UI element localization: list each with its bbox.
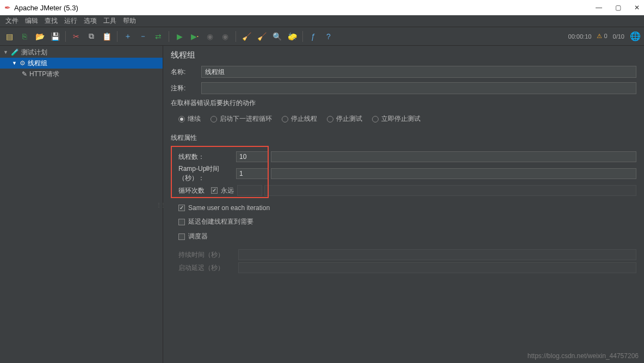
loop-count-input[interactable] xyxy=(237,185,262,196)
menu-file[interactable]: 文件 xyxy=(2,15,22,27)
search-icon[interactable]: 🔍 xyxy=(271,30,283,42)
delay-create-label: 延迟创建线程直到需要 xyxy=(188,217,253,226)
radio-continue[interactable]: 继续 xyxy=(178,114,201,124)
radio-stop-test[interactable]: 停止测试 xyxy=(327,114,362,124)
radio-stop-now[interactable]: 立即停止测试 xyxy=(372,114,420,124)
menu-search[interactable]: 查找 xyxy=(41,15,61,27)
startup-delay-input xyxy=(238,262,636,273)
watermark: https://blog.csdn.net/weixin_44757206 xyxy=(528,352,639,360)
radio-next-loop[interactable]: 启动下一进程循环 xyxy=(210,114,272,124)
duration-label: 持续时间（秒） xyxy=(178,250,236,260)
shutdown-icon[interactable]: ◉ xyxy=(219,30,231,42)
name-label: 名称: xyxy=(171,67,201,77)
menu-run[interactable]: 运行 xyxy=(61,15,81,27)
maximize-button[interactable]: ▢ xyxy=(615,4,621,11)
dropper-icon: ✎ xyxy=(22,70,27,78)
menu-edit[interactable]: 编辑 xyxy=(22,15,41,27)
splitter-handle[interactable]: ⋮⋮ xyxy=(156,201,165,207)
tree-label: HTTP请求 xyxy=(29,70,59,79)
tree-node-http-request[interactable]: ✎ HTTP请求 xyxy=(0,69,163,79)
threads-input-ext[interactable] xyxy=(271,151,636,162)
scheduler-label: 调度器 xyxy=(188,232,208,241)
startup-delay-label: 启动延迟（秒） xyxy=(178,263,236,273)
collapse-icon[interactable]: － xyxy=(137,30,149,42)
editor-panel: 线程组 名称: 注释: 在取样器错误后要执行的动作 继续 启动下一进程循环 停止… xyxy=(163,46,644,363)
window-title: Apache JMeter (5.3) xyxy=(14,4,78,12)
forever-checkbox[interactable] xyxy=(211,187,218,194)
warning-icon: ⚠ xyxy=(597,33,602,39)
threads-input[interactable] xyxy=(236,151,269,162)
warn-count: 0 xyxy=(604,33,607,39)
thread-counter: 0/10 xyxy=(613,33,624,40)
forever-label: 永远 xyxy=(221,186,234,195)
delay-create-checkbox[interactable] xyxy=(178,219,185,225)
help-icon[interactable]: ? xyxy=(323,30,335,42)
gear-icon: ⚙ xyxy=(20,59,26,67)
comment-input[interactable] xyxy=(201,82,636,94)
copy-icon[interactable]: ⧉ xyxy=(85,30,97,42)
loop-label: 循环次数 xyxy=(178,186,211,195)
app-icon: ✒ xyxy=(4,3,11,12)
panel-title: 线程组 xyxy=(171,50,636,60)
ramp-input-ext[interactable] xyxy=(271,168,636,179)
expand-icon[interactable]: ＋ xyxy=(122,30,134,42)
beaker-icon: 🧪 xyxy=(11,48,19,56)
save-icon[interactable]: 💾 xyxy=(49,30,61,42)
same-user-label: Same user on each iteration xyxy=(188,204,270,212)
close-button[interactable]: ✕ xyxy=(634,4,640,11)
loop-input-ext xyxy=(264,185,636,196)
thread-props-label: 线程属性 xyxy=(171,133,636,143)
menu-options[interactable]: 选项 xyxy=(81,15,100,27)
globe-icon: 🌐 xyxy=(630,31,641,41)
tree-label: 线程组 xyxy=(28,59,47,68)
open-icon[interactable]: 📂 xyxy=(34,30,46,42)
clear-all-icon[interactable]: 🧹 xyxy=(256,30,268,42)
menubar: 文件 编辑 查找 运行 选项 工具 帮助 xyxy=(0,15,644,27)
scheduler-checkbox[interactable] xyxy=(178,233,185,240)
test-plan-tree[interactable]: ▼🧪 测试计划 ▼⚙ 线程组 ✎ HTTP请求 ⋮⋮ xyxy=(0,46,163,363)
start-icon[interactable]: ▶ xyxy=(174,30,185,42)
elapsed-time: 00:00:10 xyxy=(568,33,592,40)
ramp-label: Ramp-Up时间（秒）： xyxy=(178,164,236,183)
menu-help[interactable]: 帮助 xyxy=(120,15,139,27)
on-error-label: 在取样器错误后要执行的动作 xyxy=(171,99,636,108)
templates-icon[interactable]: ⎘ xyxy=(18,30,30,42)
window-titlebar: ✒ Apache JMeter (5.3) — ▢ ✕ xyxy=(0,0,644,15)
reset-search-icon[interactable]: 🧽 xyxy=(286,30,298,42)
function-helper-icon[interactable]: ƒ xyxy=(307,30,319,42)
ramp-input[interactable] xyxy=(236,168,269,179)
threads-label: 线程数： xyxy=(178,152,236,162)
tree-label: 测试计划 xyxy=(21,48,47,57)
same-user-checkbox[interactable] xyxy=(178,205,185,211)
toolbar: ▤ ⎘ 📂 💾 ✂ ⧉ 📋 ＋ － ⇄ ▶ ▶• ◉ ◉ 🧹 🧹 🔍 🧽 ƒ ?… xyxy=(0,27,644,46)
paste-icon[interactable]: 📋 xyxy=(101,30,113,42)
stop-icon[interactable]: ◉ xyxy=(204,30,216,42)
minimize-button[interactable]: — xyxy=(596,4,602,11)
tree-node-testplan[interactable]: ▼🧪 测试计划 xyxy=(0,47,163,58)
toggle-icon[interactable]: ⇄ xyxy=(152,30,164,42)
menu-tools[interactable]: 工具 xyxy=(100,15,120,27)
new-icon[interactable]: ▤ xyxy=(3,30,15,42)
duration-input xyxy=(238,249,636,260)
name-input[interactable] xyxy=(201,66,636,78)
tree-node-threadgroup[interactable]: ▼⚙ 线程组 xyxy=(0,58,163,69)
clear-icon[interactable]: 🧹 xyxy=(240,30,252,42)
cut-icon[interactable]: ✂ xyxy=(70,30,82,42)
comment-label: 注释: xyxy=(171,84,201,93)
radio-stop-thread[interactable]: 停止线程 xyxy=(282,114,317,124)
start-no-pause-icon[interactable]: ▶• xyxy=(189,30,201,42)
